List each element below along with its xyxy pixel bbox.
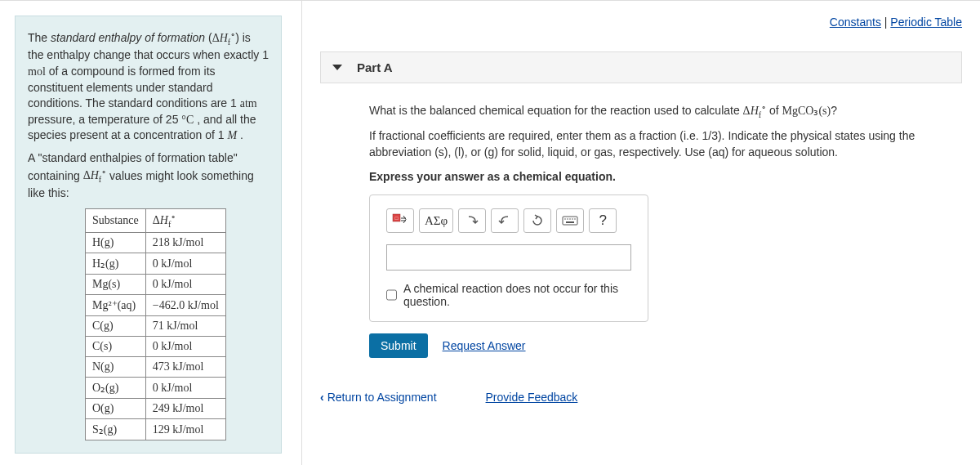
table-row: N(g)473 kJ/mol (86, 357, 226, 378)
introduction-panel: The standard enthalpy of formation (ΔHf∘… (0, 1, 302, 465)
table-row: H₂(g)0 kJ/mol (86, 253, 226, 275)
intro-paragraph: The standard enthalpy of formation (ΔHf∘… (28, 29, 269, 144)
reset-button[interactable] (523, 208, 551, 233)
return-link[interactable]: ‹Return to Assignment (320, 391, 437, 404)
provide-feedback-link[interactable]: Provide Feedback (486, 391, 578, 404)
intro-paragraph-2: A "standard enthalpies of formation tabl… (28, 150, 269, 202)
submit-button[interactable]: Submit (369, 333, 428, 358)
no-reaction-row: A chemical reaction does not occur for t… (386, 282, 631, 308)
question-text-2: If fractional coefficients are required,… (369, 128, 954, 160)
no-reaction-label: A chemical reaction does not occur for t… (403, 282, 631, 308)
col-deltah: ΔHf∘ (145, 208, 225, 232)
svg-point-7 (569, 218, 571, 220)
table-row: C(g)71 kJ/mol (86, 316, 226, 337)
formation-table: Substance ΔHf∘ H(g)218 kJ/mol H₂(g)0 kJ/… (85, 208, 226, 440)
keyboard-button[interactable] (556, 208, 584, 233)
periodic-table-link[interactable]: Periodic Table (890, 16, 962, 29)
svg-rect-10 (566, 221, 574, 223)
table-row: Mg²⁺(aq)−462.0 kJ/mol (86, 295, 226, 316)
no-reaction-checkbox[interactable] (386, 289, 397, 301)
table-row: S₂(g)129 kJ/mol (86, 419, 226, 440)
chevron-left-icon: ‹ (320, 391, 324, 404)
reference-links: Constants | Periodic Table (320, 16, 962, 29)
constants-link[interactable]: Constants (830, 16, 881, 29)
redo-button[interactable] (491, 208, 519, 233)
help-button[interactable]: ? (589, 208, 617, 233)
footer-row: ‹Return to Assignment Provide Feedback (320, 391, 962, 404)
greek-symbols-button[interactable]: ΑΣφ (419, 208, 453, 233)
table-row: O(g)249 kJ/mol (86, 399, 226, 419)
question-panel: Constants | Periodic Table Part A What i… (302, 1, 980, 465)
table-header-row: Substance ΔHf∘ (86, 208, 226, 232)
svg-text:□: □ (395, 216, 399, 221)
svg-point-5 (564, 218, 566, 220)
table-row: C(s)0 kJ/mol (86, 337, 226, 357)
request-answer-link[interactable]: Request Answer (443, 339, 526, 352)
table-row: H(g)218 kJ/mol (86, 233, 226, 253)
part-title: Part A (357, 60, 393, 74)
svg-point-6 (567, 218, 568, 220)
submit-row: Submit Request Answer (369, 333, 954, 358)
question-text-1: What is the balanced chemical equation f… (369, 101, 954, 120)
info-box: The standard enthalpy of formation (ΔHf∘… (15, 16, 282, 454)
answer-box: □ ΑΣφ (369, 194, 648, 322)
equation-toolbar: □ ΑΣφ (386, 208, 631, 233)
question-body: What is the balanced chemical equation f… (320, 101, 962, 358)
svg-rect-4 (563, 217, 577, 225)
svg-point-8 (572, 218, 573, 220)
col-substance: Substance (86, 208, 146, 232)
table-row: O₂(g)0 kJ/mol (86, 378, 226, 399)
template-button[interactable]: □ (386, 208, 414, 233)
question-instruction: Express your answer as a chemical equati… (369, 169, 954, 186)
part-header[interactable]: Part A (320, 51, 962, 83)
undo-button[interactable] (458, 208, 486, 233)
table-row: Mg(s)0 kJ/mol (86, 275, 226, 295)
svg-point-9 (574, 218, 576, 220)
collapse-icon (332, 65, 342, 70)
answer-input[interactable] (386, 244, 631, 271)
